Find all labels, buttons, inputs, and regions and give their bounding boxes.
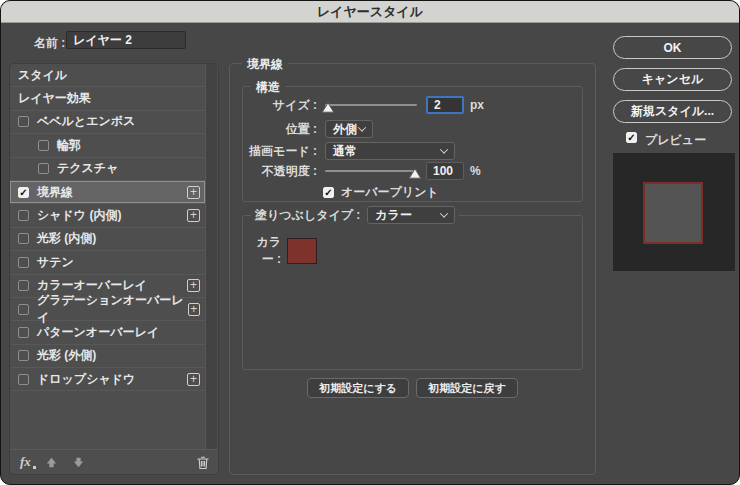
overprint-row: ✓ オーバープリント [247,182,578,202]
name-label: 名前 : [34,35,65,52]
preview-thumbnail [613,153,735,271]
overprint-label: オーバープリント [341,184,439,201]
blend-mode-label: 描画モード : [247,143,317,160]
blend-mode-value: 通常 [333,143,357,160]
panel-legend: 境界線 [242,56,288,73]
sidebar-item-satin[interactable]: サテン [10,251,205,274]
stroke-settings-panel: 境界線 構造 サイズ : px 位置 : 外側 [229,63,596,475]
size-input[interactable] [426,96,464,114]
reset-default-button[interactable]: 初期設定に戻す [416,378,518,398]
checkbox[interactable] [18,233,29,244]
fill-type-legend: 塗りつぶしタイプ : カラー [251,206,459,224]
cancel-button[interactable]: キャンセル [613,68,732,91]
checkbox[interactable] [18,210,29,221]
move-down-icon[interactable] [72,456,85,469]
fill-type-label: 塗りつぶしタイプ : [255,207,360,224]
fill-type-select[interactable]: カラー [367,206,455,224]
delete-effect-icon[interactable] [196,455,210,470]
checkbox[interactable] [18,304,29,315]
size-unit: px [470,98,484,112]
dialog-titlebar: レイヤースタイル [1,1,739,23]
default-buttons-row: 初期設定にする 初期設定に戻す [230,378,595,398]
slider-thumb-icon[interactable] [409,165,422,183]
sidebar-item-inner-shadow[interactable]: シャドウ (内側)+ [10,204,205,227]
fill-type-value: カラー [375,207,412,224]
chevron-down-icon [440,145,448,153]
sidebar-item-styles[interactable]: スタイル [10,64,205,87]
size-row: サイズ : px [247,95,578,115]
position-row: 位置 : 外側 [247,119,578,139]
slider-thumb-icon[interactable] [321,99,334,117]
size-label: サイズ : [247,97,317,114]
make-default-button[interactable]: 初期設定にする [307,378,409,398]
checkbox[interactable] [18,280,29,291]
sidebar-item-gradient-overlay[interactable]: グラデーションオーバーレイ+ [10,298,205,321]
blend-mode-select[interactable]: 通常 [325,142,455,160]
slider-track[interactable] [325,170,417,172]
opacity-row: 不透明度 : % [247,161,578,181]
add-instance-icon[interactable]: + [187,186,200,199]
position-value: 外側 [333,121,357,138]
checkbox[interactable] [18,350,29,361]
preview-label: プレビュー [645,132,706,149]
fx-menu-icon[interactable]: fx [20,454,31,470]
checkbox[interactable] [18,327,29,338]
preview-stroke-square [643,182,703,244]
color-label: カラー : [247,234,281,268]
opacity-label: 不透明度 : [247,163,317,180]
checkbox[interactable] [18,116,29,127]
sidebar-item-inner-glow[interactable]: 光彩 (内側) [10,228,205,251]
sidebar-footer: fx [10,449,218,474]
opacity-input[interactable] [426,162,464,180]
structure-legend: 構造 [251,79,285,96]
opacity-slider[interactable] [325,165,417,178]
chevron-down-icon [440,209,448,217]
overprint-checkbox[interactable]: ✓ [323,187,334,198]
position-select[interactable]: 外側 [325,120,373,138]
sidebar-item-layer-effects[interactable]: レイヤー効果 [10,87,205,110]
checkbox-checked[interactable]: ✓ [18,187,29,198]
add-instance-icon[interactable]: + [187,209,200,222]
position-label: 位置 : [247,121,317,138]
add-instance-icon[interactable]: + [187,373,200,386]
dialog-title: レイヤースタイル [317,3,423,21]
sidebar-item-texture[interactable]: テクスチャ [10,158,205,181]
layer-name-input[interactable] [66,31,186,49]
slider-track[interactable] [325,104,417,106]
add-instance-icon[interactable]: + [188,303,200,316]
color-row: カラー : [247,234,317,268]
checkbox[interactable] [38,163,49,174]
structure-group: 構造 サイズ : px 位置 : 外側 [242,86,583,202]
opacity-unit: % [470,164,481,178]
sidebar-item-contour[interactable]: 輪郭 [10,134,205,157]
checkbox[interactable] [38,140,49,151]
checkbox[interactable] [18,257,29,268]
blend-mode-row: 描画モード : 通常 [247,141,578,161]
sidebar-item-drop-shadow[interactable]: ドロップシャドウ+ [10,368,205,391]
fill-type-group: 塗りつぶしタイプ : カラー カラー : [242,215,583,370]
new-style-button[interactable]: 新規スタイル... [613,100,732,123]
checkbox[interactable] [18,374,29,385]
chevron-down-icon [358,123,366,131]
effects-sidebar: スタイル レイヤー効果 ベベルとエンボス 輪郭 テクスチャ ✓境界線+ シャドウ… [9,63,219,475]
effects-list: スタイル レイヤー効果 ベベルとエンボス 輪郭 テクスチャ ✓境界線+ シャドウ… [10,64,205,450]
size-slider[interactable] [325,99,417,112]
ok-button[interactable]: OK [613,36,732,59]
add-instance-icon[interactable]: + [187,279,200,292]
move-up-icon[interactable] [45,456,58,469]
preview-checkbox[interactable]: ✓ [626,132,637,143]
sidebar-item-stroke[interactable]: ✓境界線+ [10,181,205,204]
color-swatch[interactable] [287,238,317,264]
sidebar-item-outer-glow[interactable]: 光彩 (外側) [10,345,205,368]
layer-style-dialog: レイヤースタイル 名前 : スタイル レイヤー効果 ベベルとエンボス 輪郭 テク… [0,0,740,485]
sidebar-scrollbar[interactable] [205,64,217,450]
sidebar-item-bevel-emboss[interactable]: ベベルとエンボス [10,111,205,134]
